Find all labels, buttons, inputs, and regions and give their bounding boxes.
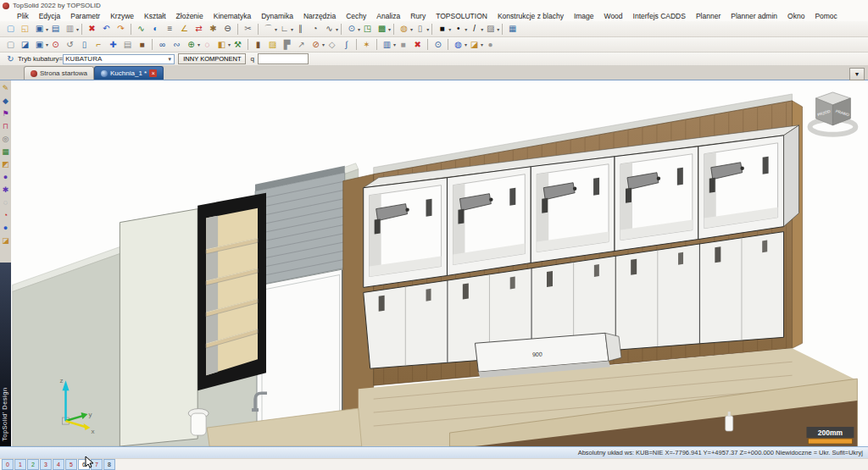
hatch-style-icon-dropdown[interactable]: ▾ (497, 26, 499, 32)
menu-item-krzywe[interactable]: Krzywe (105, 12, 139, 20)
box-icon-dropdown[interactable]: ▾ (228, 41, 231, 47)
gear-icon[interactable]: ✱ (1, 185, 11, 196)
point-style-icon-dropdown[interactable]: ▾ (465, 26, 467, 32)
window[interactable] (257, 268, 345, 434)
function-icon[interactable]: ↻ (4, 53, 17, 65)
viewport-3d[interactable]: 900 z y x PRZÓD PRAWO 200mm (11, 80, 868, 446)
color-swatch[interactable]: ■ (436, 23, 448, 35)
menu-item-rury[interactable]: Rury (405, 12, 431, 20)
save-as-icon-dropdown[interactable]: ▾ (46, 41, 48, 47)
attributes-icon[interactable]: ▦ (506, 23, 519, 35)
menu-item-dynamika[interactable]: Dynamika (256, 12, 298, 20)
wood-block-icon[interactable]: ■ (136, 39, 148, 51)
menu-item-analiza[interactable]: Analiza (371, 12, 405, 20)
bottle[interactable] (726, 416, 733, 431)
menu-item-z-o-enie[interactable]: Złożenie (171, 12, 209, 20)
delete-icon[interactable]: ✖ (86, 23, 98, 35)
context-input[interactable] (258, 53, 309, 64)
cube-gray-icon[interactable]: ◇ (326, 39, 338, 51)
sphere-icon[interactable]: ● (1, 223, 11, 234)
chart-icon[interactable]: ◔ (1, 210, 11, 221)
zoom-icon[interactable]: ⊙ (345, 23, 358, 35)
curve-tools-icon-dropdown[interactable]: ▾ (275, 26, 277, 32)
dimension-icon[interactable]: ⇄ (192, 23, 205, 35)
eclipse-icon[interactable]: ⊖ (221, 23, 234, 35)
flag-icon[interactable]: ⚑ (1, 108, 11, 119)
close-tab-icon[interactable]: × (149, 69, 157, 77)
toilet[interactable] (191, 413, 206, 435)
color-swatch-dropdown[interactable]: ▾ (448, 26, 451, 32)
move-icon[interactable]: ✚ (107, 39, 120, 51)
explore-icon[interactable]: ⊙ (431, 39, 444, 51)
contour-icon[interactable]: ◔ (309, 23, 321, 35)
open-icon[interactable]: ◱ (19, 23, 31, 35)
basket-icon[interactable]: ◍ (398, 23, 410, 35)
menu-item-image[interactable]: Image (569, 12, 599, 20)
box-icon[interactable]: ◧ (215, 39, 228, 51)
roller-blind[interactable] (255, 173, 345, 286)
render-icon[interactable]: ▩ (376, 23, 388, 35)
measure-arrow-icon[interactable]: ↗ (295, 39, 308, 51)
menu-item-pomoc[interactable]: Pomoc (810, 12, 842, 20)
part-icon[interactable]: ◆ (1, 96, 11, 107)
measure-icon[interactable]: ∠ (178, 23, 191, 35)
drill-icon[interactable]: ⊘ (309, 39, 322, 51)
undo-icon[interactable]: ↶ (100, 23, 113, 35)
other-component-button[interactable]: INNY KOMPONENT (178, 53, 246, 64)
menu-item-konstrukcje-z-blachy[interactable]: Konstrukcje z blachy (492, 12, 569, 20)
mode-select[interactable]: KUBATURA ▼ (63, 54, 175, 64)
elephant-icon[interactable]: ● (484, 39, 497, 51)
polyline-icon-dropdown[interactable]: ▾ (291, 26, 293, 32)
assembly-icon-dropdown[interactable]: ▾ (198, 41, 200, 47)
tab-home[interactable]: Strona startowa (24, 66, 94, 80)
ghost-icon[interactable]: ◌ (1, 197, 11, 208)
viewport-3d-scene[interactable]: 900 z y x PRZÓD PRAWO 200mm (11, 80, 868, 446)
view-config-button-4[interactable]: 4 (53, 459, 64, 470)
menu-item-kszta-t[interactable]: Kształt (139, 12, 171, 20)
clamp-icon[interactable]: ⊓ (1, 121, 11, 132)
print-icon[interactable]: ▥ (64, 23, 76, 35)
pipe-icon[interactable]: ∫ (340, 39, 353, 51)
link-icon[interactable]: ∞ (156, 39, 169, 51)
render-icon-dropdown[interactable]: ▾ (388, 26, 391, 32)
parallel-icon[interactable]: ∥ (294, 23, 307, 35)
block-icon[interactable]: ■ (397, 39, 409, 51)
save-as-icon[interactable]: ▣ (33, 39, 46, 51)
tab-list-dropdown[interactable]: ▼ (849, 68, 865, 80)
point-style-icon[interactable]: • (452, 23, 465, 35)
view-config-button-8[interactable]: 8 (103, 459, 115, 470)
polyline-icon[interactable]: ∟ (278, 23, 291, 35)
menu-item-planner[interactable]: Planner (691, 12, 726, 20)
line-style-icon[interactable]: / (468, 23, 481, 35)
palette-icon[interactable]: ◩ (1, 159, 11, 170)
hammer-icon[interactable]: ⚒ (231, 39, 244, 51)
disc-icon[interactable]: ● (1, 172, 11, 183)
fit-view-icon[interactable]: ◳ (361, 23, 374, 35)
sheet-bend-icon[interactable]: ▛ (281, 39, 293, 51)
search-red-icon[interactable]: ⊙ (49, 39, 62, 51)
wireframe-icon[interactable]: ∿ (135, 23, 147, 35)
battery-icon[interactable]: ▯ (414, 23, 426, 35)
line-style-icon-dropdown[interactable]: ▾ (481, 26, 483, 32)
menu-item-interfejs-cadds[interactable]: Interfejs CADDS (628, 12, 691, 20)
world-icon[interactable]: ◍ (452, 39, 465, 51)
menu-item-parametr[interactable]: Parametr (65, 12, 105, 20)
save-icon[interactable]: ▣ (33, 23, 46, 35)
scissors-icon[interactable]: ✂ (242, 23, 254, 35)
copy-icon[interactable]: ▤ (121, 39, 134, 51)
zoom-icon-dropdown[interactable]: ▾ (358, 26, 360, 32)
window-layout-icon-dropdown[interactable]: ▾ (393, 41, 396, 47)
tall-cabinet-door[interactable] (120, 209, 198, 446)
view-config-button-3[interactable]: 3 (40, 459, 52, 470)
view-config-button-1[interactable]: 1 (14, 459, 26, 470)
toolbox-icon[interactable]: ▦ (1, 147, 11, 158)
basket-icon-dropdown[interactable]: ▾ (410, 26, 413, 32)
menu-item-narz-dzia[interactable]: Narzędzia (298, 12, 341, 20)
menu-item-okno[interactable]: Okno (782, 12, 810, 20)
texture-icon[interactable]: ▨ (266, 39, 279, 51)
trash-icon[interactable]: ▯ (78, 39, 91, 51)
battery-icon-dropdown[interactable]: ▾ (426, 26, 429, 32)
view-config-button-7[interactable]: 7 (91, 459, 103, 470)
target-icon[interactable]: ◎ (1, 134, 11, 145)
menu-item-planner-admin[interactable]: Planner admin (726, 12, 782, 20)
